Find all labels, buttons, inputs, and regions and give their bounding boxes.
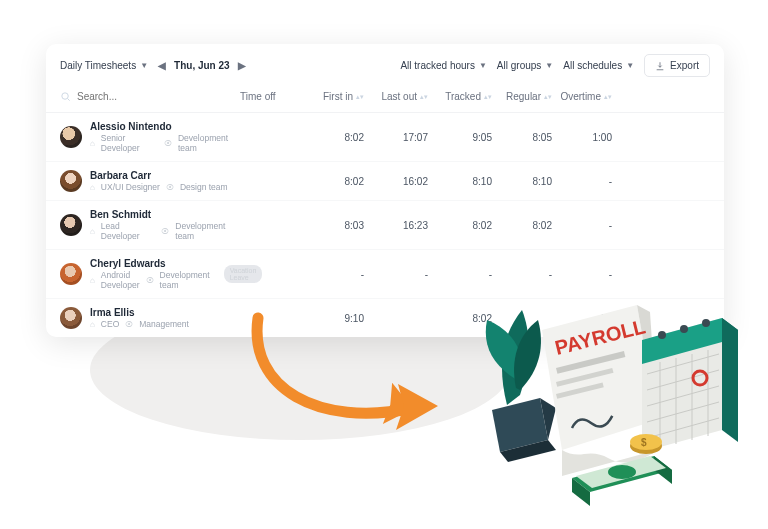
date-label: Thu, Jun 23 <box>174 60 230 71</box>
avatar <box>60 170 82 192</box>
svg-marker-4 <box>500 440 556 462</box>
sort-icon: ▴▾ <box>484 93 492 100</box>
search-icon <box>60 91 71 102</box>
header-row: Time off First in▴▾ Last out▴▾ Tracked▴▾… <box>46 85 724 113</box>
svg-point-33 <box>630 434 662 450</box>
briefcase-icon: ⌂ <box>90 276 95 285</box>
prev-day-button[interactable]: ◀ <box>158 60 166 71</box>
svg-point-32 <box>630 438 662 454</box>
sort-icon: ▴▾ <box>356 93 364 100</box>
cell-firstin: - <box>361 269 364 280</box>
team-icon: ⦿ <box>164 139 172 148</box>
col-tracked[interactable]: Tracked▴▾ <box>445 91 492 102</box>
filter-hours-dropdown[interactable]: All tracked hours ▼ <box>400 60 486 71</box>
svg-rect-8 <box>556 368 613 387</box>
filter-hours-label: All tracked hours <box>400 60 474 71</box>
search-field[interactable] <box>60 91 240 102</box>
cell-regular: - <box>549 269 552 280</box>
filter-groups-label: All groups <box>497 60 541 71</box>
cell-firstin: 8:03 <box>345 220 364 231</box>
cell-overtime: - <box>609 176 612 187</box>
sort-icon: ▴▾ <box>420 93 428 100</box>
next-day-button[interactable]: ▶ <box>238 60 246 71</box>
cell-overtime: - <box>609 220 612 231</box>
search-input[interactable] <box>77 91 217 102</box>
cell-regular: 8:05 <box>533 132 552 143</box>
cell-regular: 8:02 <box>533 220 552 231</box>
briefcase-icon: ⌂ <box>90 139 95 148</box>
cell-firstin: 8:02 <box>345 132 364 143</box>
svg-line-19 <box>647 386 719 406</box>
download-icon <box>655 61 665 71</box>
svg-point-0 <box>62 93 68 99</box>
view-label: Daily Timesheets <box>60 60 136 71</box>
team-icon: ⦿ <box>166 183 174 192</box>
svg-line-21 <box>647 418 719 438</box>
person-name: Irma Ellis <box>90 307 189 318</box>
cell-overtime: 1:00 <box>593 132 612 143</box>
person-name: Barbara Carr <box>90 170 228 181</box>
table-row[interactable]: Alessio Nintendo ⌂Senior Developer ⦿Deve… <box>46 113 724 162</box>
person-name: Alessio Nintendo <box>90 121 240 132</box>
toolbar: Daily Timesheets ▼ ◀ Thu, Jun 23 ▶ All t… <box>46 44 724 85</box>
svg-point-26 <box>693 371 707 385</box>
svg-marker-3 <box>540 398 556 440</box>
cell-tracked: 8:02 <box>473 220 492 231</box>
cell-lastout: 16:02 <box>403 176 428 187</box>
svg-marker-2 <box>492 398 548 452</box>
svg-line-20 <box>647 402 719 422</box>
svg-rect-9 <box>556 382 604 398</box>
cell-overtime: :02 <box>598 313 612 324</box>
cell-overtime: - <box>609 269 612 280</box>
svg-marker-29 <box>654 456 672 484</box>
svg-marker-28 <box>572 478 590 506</box>
table-row[interactable]: Cheryl Edwards ⌂Android Developer ⦿Devel… <box>46 250 724 299</box>
col-overtime[interactable]: Overtime▴▾ <box>560 91 612 102</box>
export-button[interactable]: Export <box>644 54 710 77</box>
chevron-down-icon: ▼ <box>626 61 634 70</box>
col-lastout[interactable]: Last out▴▾ <box>381 91 428 102</box>
timesheet-rows: Alessio Nintendo ⌂Senior Developer ⦿Deve… <box>46 113 724 337</box>
table-row[interactable]: Irma Ellis ⌂CEO ⦿Management 9:10 8:02 :0… <box>46 299 724 337</box>
svg-marker-27 <box>572 456 672 492</box>
avatar <box>60 214 82 236</box>
briefcase-icon: ⌂ <box>90 183 95 192</box>
cell-regular: 8:10 <box>533 176 552 187</box>
briefcase-icon: ⌂ <box>90 227 95 236</box>
filter-schedules-dropdown[interactable]: All schedules ▼ <box>563 60 634 71</box>
chevron-down-icon: ▼ <box>479 61 487 70</box>
team-icon: ⦿ <box>161 227 169 236</box>
person-name: Cheryl Edwards <box>90 258 210 269</box>
cell-tracked: - <box>489 269 492 280</box>
export-label: Export <box>670 60 699 71</box>
col-regular[interactable]: Regular▴▾ <box>506 91 552 102</box>
team-icon: ⦿ <box>125 320 133 329</box>
money-icon: $ <box>572 434 672 506</box>
person-name: Ben Schmidt <box>90 209 240 220</box>
sort-icon: ▴▾ <box>604 93 612 100</box>
chevron-down-icon: ▼ <box>140 61 148 70</box>
table-row[interactable]: Barbara Carr ⌂UX/UI Designer ⦿Design tea… <box>46 162 724 201</box>
cell-lastout: 16:23 <box>403 220 428 231</box>
col-timeoff[interactable]: Time off <box>240 91 276 102</box>
avatar <box>60 307 82 329</box>
cell-lastout: - <box>425 269 428 280</box>
svg-line-17 <box>647 354 719 374</box>
calendar-icon <box>642 318 738 452</box>
svg-marker-11 <box>722 318 738 442</box>
svg-marker-10 <box>642 318 722 452</box>
cell-tracked: 9:05 <box>473 132 492 143</box>
timesheet-panel: Daily Timesheets ▼ ◀ Thu, Jun 23 ▶ All t… <box>46 44 724 337</box>
svg-point-31 <box>608 465 636 479</box>
col-firstin[interactable]: First in▴▾ <box>323 91 364 102</box>
table-row[interactable]: Ben Schmidt ⌂Lead Developer ⦿Development… <box>46 201 724 250</box>
cell-tracked: 8:02 <box>473 313 492 324</box>
svg-marker-13 <box>722 318 738 354</box>
filter-schedules-label: All schedules <box>563 60 622 71</box>
view-dropdown[interactable]: Daily Timesheets ▼ <box>60 60 148 71</box>
svg-marker-30 <box>576 456 666 488</box>
cell-tracked: 8:10 <box>473 176 492 187</box>
cell-lastout: 17:07 <box>403 132 428 143</box>
team-icon: ⦿ <box>146 276 154 285</box>
filter-groups-dropdown[interactable]: All groups ▼ <box>497 60 553 71</box>
